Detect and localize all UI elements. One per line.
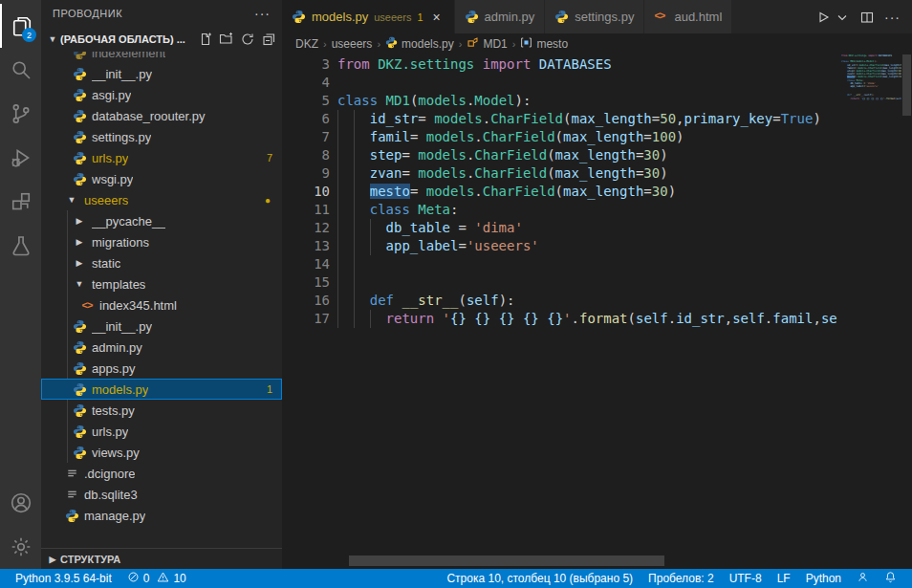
modified-dot-icon: ● — [265, 195, 271, 206]
vertical-scrollbar[interactable] — [901, 54, 912, 569]
tree-folder-migrations[interactable]: ▶migrations — [41, 231, 282, 252]
code-editor[interactable]: 3from DKZ.settings import DATABASES45cla… — [282, 54, 912, 569]
tree-item-apps-py[interactable]: apps.py — [41, 358, 282, 379]
python-file-icon — [72, 318, 87, 334]
code-line-15[interactable]: 15 — [282, 273, 839, 292]
breadcrumb-separator-icon: › — [323, 38, 327, 50]
status-eol[interactable]: LF — [770, 569, 798, 588]
status-language-mode[interactable]: Python — [798, 569, 849, 588]
line-content — [330, 255, 839, 273]
split-editor-button[interactable] — [859, 10, 875, 25]
code-line-4[interactable]: 4 — [282, 74, 839, 92]
tree-item-label: urls.py — [92, 151, 128, 165]
python-file-icon — [72, 129, 87, 144]
status-feedback[interactable] — [849, 569, 877, 588]
views-more-icon[interactable]: ··· — [254, 6, 271, 21]
tree-item-tests-py[interactable]: tests.py — [41, 400, 282, 421]
status-encoding[interactable]: UTF-8 — [722, 569, 770, 588]
line-content: return '{} {} {} {} {}'.format(self.id_s… — [330, 310, 839, 328]
tree-item-manage-py[interactable]: manage.py — [41, 505, 282, 526]
tab-models-py[interactable]: models.pyuseeers1× — [282, 0, 455, 33]
status-indentation[interactable]: Пробелов: 2 — [641, 569, 722, 588]
activity-item-search[interactable] — [0, 48, 41, 92]
tree-item-models-py[interactable]: models.py1 — [41, 379, 282, 400]
workspace-section-header[interactable]: ▼ (РАБОЧАЯ ОБЛАСТЬ) ... — [41, 27, 282, 52]
line-content: def __str__(self): — [330, 292, 839, 310]
code-line-17[interactable]: 17 return '{} {} {} {} {}'.format(self.i… — [282, 310, 839, 328]
html-file-icon: <> — [654, 10, 668, 24]
tree-item-wsgi-py[interactable]: wsgi.py — [41, 168, 282, 189]
outline-section-header[interactable]: ▶ СТРУКТУРА — [41, 548, 282, 569]
status-notifications[interactable] — [877, 569, 904, 588]
tree-item-asgi-py[interactable]: asgi.py — [41, 84, 282, 105]
activity-item-account[interactable] — [0, 481, 41, 525]
status-problems[interactable]: 010 — [119, 569, 194, 588]
python-file-icon — [465, 10, 479, 24]
tree-item-urls-py[interactable]: urls.py7 — [41, 147, 282, 168]
tree-item-urls-py[interactable]: urls.py — [41, 421, 282, 442]
tree-folder-useeers[interactable]: ▼useeers● — [41, 189, 282, 210]
code-line-7[interactable]: 7 famil= models.CharField(max_length=100… — [282, 128, 839, 146]
tree-item-db-sqlite3[interactable]: db.sqlite3 — [41, 484, 282, 505]
tree-folder-templates[interactable]: ▼templates — [41, 273, 282, 294]
run-dropdown-button[interactable] — [835, 10, 850, 25]
code-line-11[interactable]: 11 class Meta: — [282, 201, 839, 219]
tab-settings-py[interactable]: settings.py — [545, 0, 644, 33]
tree-item-admin-py[interactable]: admin.py — [41, 337, 282, 358]
breadcrumb-label: mesto — [536, 37, 568, 51]
code-line-12[interactable]: 12 db_table = 'dima' — [282, 219, 839, 237]
breadcrumb-item-useeers[interactable]: useeers — [332, 37, 373, 51]
tree-item--init-py[interactable]: __init__.py — [41, 63, 282, 84]
breadcrumb-item-md1[interactable]: MD1 — [467, 36, 507, 52]
line-number: 9 — [282, 164, 330, 183]
line-content: id_str= models.CharField(max_length=50,p… — [330, 110, 839, 128]
tab-aud-html[interactable]: <>aud.html — [644, 0, 732, 33]
activity-item-extensions[interactable] — [0, 180, 41, 224]
tree-item-views-py[interactable]: views.py — [41, 442, 282, 463]
refresh-button[interactable] — [238, 30, 257, 49]
tree-item--dcignore[interactable]: .dcignore — [41, 463, 282, 484]
status-python-interpreter[interactable]: Python 3.9.5 64-bit — [8, 569, 119, 588]
python-file-icon — [72, 87, 87, 102]
activity-item-explorer[interactable]: 2 — [0, 4, 41, 48]
explorer-title-row: ПРОВОДНИК ··· — [41, 0, 282, 27]
status-cursor-position[interactable]: Строка 10, столбец 10 (выбрано 5) — [439, 569, 641, 588]
code-line-5[interactable]: 5class MD1(models.Model): — [282, 92, 839, 110]
code-line-16[interactable]: 16 def __str__(self): — [282, 292, 839, 310]
tree-item-database-roouter-py[interactable]: database_roouter.py — [41, 105, 282, 126]
breadcrumb-item-dkz[interactable]: DKZ — [295, 37, 318, 51]
breadcrumb-separator-icon: › — [377, 38, 380, 50]
error-icon — [127, 571, 140, 586]
activity-item-testing[interactable] — [0, 224, 41, 268]
tab-admin-py[interactable]: admin.py — [455, 0, 546, 33]
code-line-13[interactable]: 13 app_label='useeers' — [282, 237, 839, 255]
tree-item-label: settings.py — [92, 130, 151, 144]
activity-item-run-debug[interactable] — [0, 136, 41, 180]
code-line-3[interactable]: 3from DKZ.settings import DATABASES — [282, 55, 839, 74]
code-line-9[interactable]: 9 zvan= models.CharField(max_length=30) — [282, 164, 839, 183]
code-line-6[interactable]: 6 id_str= models.CharField(max_length=50… — [282, 110, 839, 128]
more-actions-button[interactable]: ··· — [884, 10, 901, 25]
code-line-17: 17 return '{} {} {} {} {}'.format(self.i… — [839, 98, 901, 100]
code-line-14[interactable]: 14 — [282, 255, 839, 273]
breadcrumb-item-models-py[interactable]: models.py — [385, 36, 454, 52]
horizontal-scrollbar[interactable] — [349, 555, 664, 566]
code-line-10[interactable]: 10 mesto= models.CharField(max_length=30… — [282, 183, 839, 201]
new-folder-button[interactable] — [217, 30, 236, 49]
minimap[interactable]: 3from DKZ.settings import DATABASES45cla… — [839, 54, 901, 569]
run-button[interactable] — [815, 10, 831, 25]
new-file-button[interactable] — [196, 30, 215, 49]
tree-folder--pycache-[interactable]: ▶__pycache__ — [41, 210, 282, 231]
breadcrumb-item-mesto[interactable]: mesto — [520, 36, 568, 52]
activity-item-settings[interactable] — [0, 525, 41, 569]
tree-item-index345-html[interactable]: <>index345.html — [41, 294, 282, 316]
tree-item--init-py[interactable]: __init__.py — [41, 316, 282, 337]
close-icon[interactable]: × — [429, 10, 445, 25]
tree-item-settings-py[interactable]: settings.py — [41, 126, 282, 147]
tree-item-indexelement[interactable]: indexelement — [41, 52, 282, 63]
code-line-8[interactable]: 8 step= models.CharField(max_length=30) — [282, 146, 839, 164]
collapse-all-button[interactable] — [259, 30, 278, 49]
tree-folder-static[interactable]: ▶static — [41, 252, 282, 273]
chevron-down-icon: ▼ — [72, 279, 87, 289]
activity-item-source-control[interactable] — [0, 92, 41, 136]
